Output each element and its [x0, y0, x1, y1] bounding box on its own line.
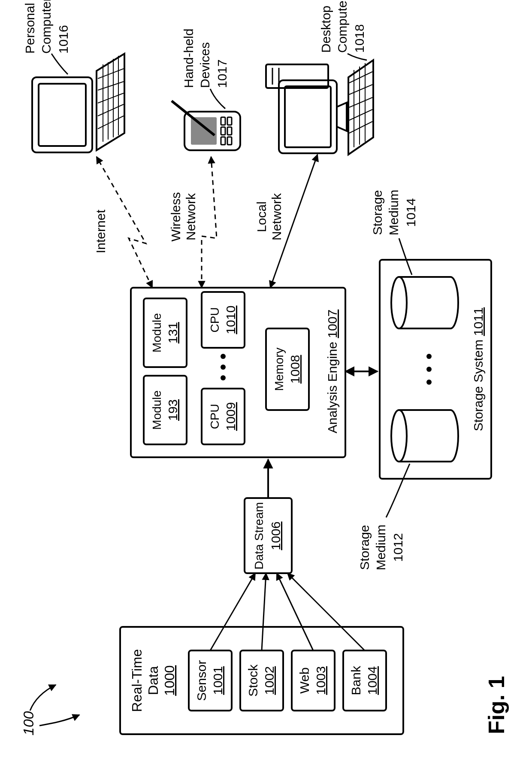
svg-text:1003: 1003 [314, 666, 328, 695]
svg-text:1008: 1008 [288, 355, 302, 384]
desktop-computer-label: Desktop Computers 1018 [319, 0, 367, 60]
svg-text:1010: 1010 [224, 306, 238, 334]
module-193-box: Module 193 [144, 376, 187, 444]
svg-text:1017: 1017 [215, 59, 229, 88]
realtime-ref: 1000 [162, 665, 177, 696]
svg-text:Network: Network [184, 193, 198, 240]
svg-text:Memory: Memory [272, 347, 286, 391]
svg-text:Personal: Personal [23, 3, 37, 54]
storage-medium-1014-icon [391, 277, 458, 328]
data-stream-box: Data Stream 1006 [245, 498, 292, 573]
svg-line-96 [349, 85, 372, 94]
svg-line-65 [98, 116, 124, 129]
svg-text:1001: 1001 [211, 666, 225, 695]
figure-canvas: 100 Real-Time Data 1000 Sensor 1001 Stoc… [0, 0, 532, 775]
svg-point-31 [221, 375, 226, 380]
svg-line-16 [287, 573, 365, 650]
svg-point-43 [426, 380, 432, 385]
svg-rect-76 [221, 127, 225, 135]
svg-text:Computers: Computers [39, 0, 53, 54]
svg-point-32 [221, 365, 226, 370]
svg-rect-89 [285, 86, 331, 147]
svg-line-95 [349, 97, 372, 107]
svg-point-46 [391, 277, 407, 328]
svg-text:Module: Module [150, 313, 163, 353]
module-131-box: Module 131 [144, 298, 187, 367]
svg-text:1009: 1009 [224, 402, 238, 431]
stock-box: Stock 1002 [240, 650, 283, 711]
svg-text:Medium: Medium [374, 525, 388, 571]
svg-text:Computers: Computers [335, 0, 349, 53]
storage-system-box: Storage System 1011 [380, 260, 491, 479]
svg-text:Web: Web [297, 667, 311, 693]
realtime-title-1: Real-Time [129, 649, 145, 712]
svg-text:Network: Network [269, 193, 284, 240]
svg-text:1014: 1014 [404, 198, 418, 227]
svg-rect-85 [266, 64, 328, 88]
svg-line-68 [98, 82, 124, 90]
web-box: Web 1003 [292, 650, 335, 711]
bank-box: Bank 1004 [343, 650, 386, 711]
svg-text:CPU: CPU [208, 307, 221, 332]
svg-line-93 [349, 122, 372, 133]
personal-computer-label: Personal Computers 1016 [23, 0, 70, 74]
svg-rect-80 [227, 117, 232, 125]
svg-text:Devices: Devices [198, 42, 212, 88]
svg-text:Storage System
         
     : Storage System 1011 [471, 307, 485, 432]
svg-text:Wireless: Wireless [169, 192, 183, 241]
sensor-box: Sensor 1001 [189, 650, 232, 711]
svg-text:Local: Local [254, 201, 269, 232]
realtime-title-2: Data [145, 666, 161, 695]
wireless-link: Wireless Network [169, 157, 217, 288]
svg-text:1016: 1016 [56, 25, 70, 54]
arrows-realtime-to-datastream [210, 573, 365, 650]
svg-line-14 [262, 573, 266, 650]
svg-text:193: 193 [166, 399, 180, 421]
svg-text:1004: 1004 [365, 666, 379, 695]
svg-rect-77 [221, 117, 225, 125]
svg-rect-59 [32, 77, 92, 152]
svg-point-33 [221, 354, 226, 359]
svg-text:Desktop: Desktop [319, 6, 333, 53]
local-link: Local Network [254, 155, 317, 288]
svg-rect-79 [227, 127, 232, 135]
svg-text:1012: 1012 [391, 533, 405, 562]
analysis-engine-box: Analysis Engine 1007 Module 193 Module 1… [131, 288, 345, 457]
svg-text:Bank: Bank [349, 666, 363, 695]
storage-medium-1014-label: Storage Medium 1014 [370, 190, 418, 275]
svg-text:CPU: CPU [208, 404, 221, 429]
svg-text:Storage: Storage [357, 525, 372, 570]
svg-text:Module: Module [150, 390, 163, 430]
svg-rect-88 [279, 80, 337, 153]
storage-medium-1012-icon [391, 410, 458, 462]
svg-text:Internet: Internet [94, 210, 108, 253]
memory-box: Memory 1008 [266, 328, 309, 410]
svg-rect-75 [221, 137, 225, 145]
svg-point-42 [391, 410, 407, 462]
svg-text:131: 131 [166, 322, 180, 343]
svg-point-45 [426, 354, 432, 359]
cpu-1010-box: CPU 1010 [202, 292, 245, 348]
svg-text:Medium: Medium [387, 190, 401, 236]
svg-rect-17 [245, 498, 292, 573]
svg-line-66 [98, 104, 124, 116]
cpu-ellipsis [221, 354, 226, 380]
svg-line-67 [98, 93, 124, 103]
figure-ref-num: 100 [20, 711, 36, 735]
svg-rect-60 [39, 84, 86, 146]
svg-rect-74 [191, 117, 217, 145]
svg-text:Hand-held: Hand-held [181, 29, 196, 88]
svg-text:Storage: Storage [370, 190, 384, 235]
desktop-computer-icon [266, 60, 373, 155]
internet-link: Internet [94, 157, 152, 288]
svg-point-44 [426, 367, 432, 372]
handheld-device-label: Hand-held Devices 1017 [181, 29, 229, 109]
svg-line-94 [349, 109, 372, 120]
svg-text:1018: 1018 [352, 24, 366, 53]
figure-ref-100: 100 [20, 685, 79, 735]
handheld-device-icon [172, 101, 240, 150]
svg-text:Stock: Stock [246, 664, 260, 696]
storage-ellipsis [426, 354, 432, 385]
cpu-1009-box: CPU 1009 [202, 389, 245, 444]
svg-rect-78 [227, 137, 232, 145]
